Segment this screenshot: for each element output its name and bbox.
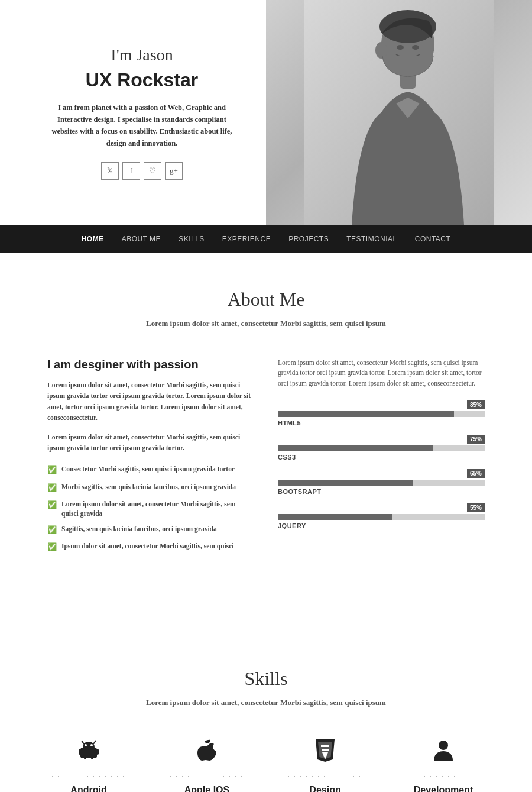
check-icon: ✅: [47, 500, 57, 510]
html5-bar-bg: [278, 411, 485, 417]
dev-dots: · · · · · · · · · · · · ·: [407, 774, 481, 779]
bootstrap-bar-fill: [278, 480, 413, 486]
hero-name: I'm Jason: [111, 46, 173, 64]
list-item: ✅ Lorem ipsum dolor sit amet, consectetu…: [47, 496, 254, 521]
check-icon: ✅: [47, 542, 57, 552]
svg-line-15: [93, 741, 96, 744]
nav-experience[interactable]: EXPERIENCE: [222, 235, 271, 243]
svg-rect-9: [96, 749, 99, 755]
facebook-icon[interactable]: f: [122, 162, 140, 180]
nav-skills[interactable]: SKILLS: [179, 235, 205, 243]
about-right: Lorem ipsum dolor sit amet, consectetur …: [278, 358, 485, 555]
html5-design-icon: [312, 737, 338, 769]
skills-title: Skills: [35, 668, 497, 690]
person-silhouette: [304, 0, 494, 225]
skills-section: Skills Lorem ipsum dolor sit amet, conse…: [0, 632, 532, 792]
about-heading: I am desginer with passion: [47, 358, 254, 371]
bootstrap-percent: 65%: [467, 469, 485, 478]
android-title: Android: [70, 785, 106, 792]
skills-grid: · · · · · · · · · · · · · Android Lorem …: [35, 737, 497, 792]
social-links: 𝕏 f ♡ g+: [101, 162, 183, 180]
svg-rect-7: [80, 748, 97, 758]
nav-contact[interactable]: CONTACT: [415, 235, 451, 243]
svg-line-14: [82, 741, 84, 744]
svg-point-12: [85, 744, 87, 746]
twitter-icon[interactable]: 𝕏: [101, 162, 119, 180]
skill-card-ios: · · · · · · · · · · · · · Apple IOS Lore…: [160, 737, 254, 792]
nav-testimonial[interactable]: TESTIMONIAL: [346, 235, 397, 243]
nav-about[interactable]: ABOUT ME: [122, 235, 161, 243]
list-item: ✅ Ipsum dolor sit amet, consectetur Morb…: [47, 538, 254, 555]
jquery-bar-fill: [278, 514, 392, 520]
check-icon: ✅: [47, 465, 57, 476]
about-list: ✅ Consectetur Morbi sagittis, sem quisci…: [47, 461, 254, 555]
navbar: HOME ABOUT ME SKILLS EXPERIENCE PROJECTS…: [0, 225, 532, 253]
skill-bootstrap: 65% BOOTSRAPT: [278, 469, 485, 495]
svg-rect-19: [322, 749, 329, 751]
list-item: ✅ Sagittis, sem quis lacinia faucibus, o…: [47, 521, 254, 538]
ios-title: Apple IOS: [184, 785, 229, 792]
about-section: About Me Lorem ipsum dolor sit amet, con…: [0, 253, 532, 579]
googleplus-icon[interactable]: g+: [165, 162, 183, 180]
about-left: I am desginer with passion Lorem ipsum d…: [47, 358, 254, 555]
list-item: ✅ Morbi sagittis, sem quis lacinia fauci…: [47, 479, 254, 496]
check-icon: ✅: [47, 525, 57, 535]
about-para1: Lorem ipsum dolor sit amet, consectetur …: [47, 380, 254, 424]
list-item: ✅ Consectetur Morbi sagittis, sem quisci…: [47, 461, 254, 479]
svg-point-4: [375, 42, 387, 59]
svg-point-13: [90, 744, 93, 746]
jquery-percent: 55%: [467, 503, 485, 512]
about-subtitle: Lorem ipsum dolor sit amet, consectetur …: [35, 319, 497, 328]
about-title: About Me: [35, 289, 497, 311]
svg-rect-11: [91, 755, 93, 759]
skill-card-design: · · · · · · · · · · · · · Design Lorem I…: [278, 737, 372, 792]
hero-image: [266, 0, 532, 225]
svg-rect-18: [321, 745, 329, 747]
hero-description: I am from planet with a passion of Web, …: [47, 102, 236, 149]
hero-photo: [266, 0, 532, 225]
nav-home[interactable]: HOME: [82, 235, 104, 243]
design-dots: · · · · · · · · · · · · ·: [288, 774, 362, 779]
skill-desc: Lorem ipsum dolor sit amet, consectetur …: [278, 358, 485, 389]
jquery-label: JQUERY: [278, 522, 485, 529]
css3-percent: 75%: [467, 435, 485, 444]
html5-label: HTML5: [278, 419, 485, 426]
skill-card-dev: · · · · · · · · · · · · · Development Lo…: [396, 737, 491, 792]
hero-title: UX Rockstar: [86, 69, 198, 91]
svg-point-21: [439, 741, 448, 750]
check-icon: ✅: [47, 483, 57, 493]
css3-bar-fill: [278, 445, 433, 451]
skill-card-android: · · · · · · · · · · · · · Android Lorem …: [41, 737, 136, 792]
nav-projects[interactable]: PROJECTS: [288, 235, 329, 243]
apple-icon: [194, 737, 220, 769]
css3-label: CSS3: [278, 454, 485, 461]
skill-css3: 75% CSS3: [278, 435, 485, 461]
person-icon: [430, 737, 456, 769]
android-icon: [76, 737, 102, 769]
android-dots: · · · · · · · · · · · · ·: [52, 774, 126, 779]
svg-rect-10: [84, 755, 86, 759]
design-title: Design: [309, 785, 340, 792]
about-content: I am desginer with passion Lorem ipsum d…: [35, 358, 497, 555]
about-para2: Lorem ipsum dolor sit amet, consectetur …: [47, 432, 254, 454]
html5-percent: 85%: [467, 400, 485, 409]
bootstrap-label: BOOTSRAPT: [278, 488, 485, 495]
svg-point-5: [397, 45, 404, 50]
hero-section: I'm Jason UX Rockstar I am from planet w…: [0, 0, 532, 225]
bootstrap-bar-bg: [278, 480, 485, 486]
html5-bar-fill: [278, 411, 454, 417]
svg-point-6: [412, 45, 419, 50]
skill-jquery: 55% JQUERY: [278, 503, 485, 529]
ios-dots: · · · · · · · · · · · · ·: [170, 774, 244, 779]
svg-rect-8: [79, 749, 81, 755]
hero-left: I'm Jason UX Rockstar I am from planet w…: [0, 0, 266, 225]
skills-subtitle: Lorem ipsum dolor sit amet, consectetur …: [35, 698, 497, 707]
jquery-bar-bg: [278, 514, 485, 520]
skill-html5: 85% HTML5: [278, 400, 485, 426]
css3-bar-bg: [278, 445, 485, 451]
dev-title: Development: [414, 785, 473, 792]
pinterest-icon[interactable]: ♡: [144, 162, 161, 180]
